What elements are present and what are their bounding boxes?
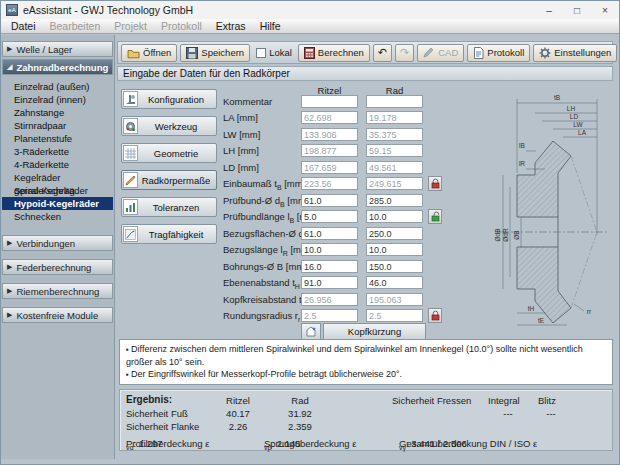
- menu-hilfe[interactable]: Hilfe: [253, 20, 288, 32]
- input-kopfkreisabstand-rad: [366, 293, 423, 306]
- input-bezugsflaechen-rad[interactable]: [366, 227, 423, 240]
- result-value: ---: [534, 408, 568, 419]
- sidebar-group-label: Zahnradberechnung: [16, 62, 108, 73]
- sidebar-group-welle-lager[interactable]: ▶ Welle / Lager: [2, 41, 113, 57]
- input-kommentar-ritzel[interactable]: [301, 95, 358, 108]
- input-pruefbund-rad[interactable]: [366, 194, 423, 207]
- close-button[interactable]: ×: [591, 1, 619, 19]
- result-value: ---: [488, 408, 528, 419]
- werkzeug-button[interactable]: Werkzeug: [121, 116, 217, 136]
- chevron-right-icon: ▶: [7, 311, 12, 319]
- radkoerpermasse-button[interactable]: Radkörpermaße: [121, 170, 217, 190]
- input-einbaumass-ritzel: [301, 177, 358, 190]
- input-ebenenabstand-rad[interactable]: [366, 276, 423, 289]
- settings-button[interactable]: Einstellungen: [533, 44, 617, 62]
- redo-icon: ↷: [400, 47, 409, 58]
- sidebar-group-label: Kostenfreie Module: [16, 310, 98, 321]
- label-bezugslaenge-lr: Bezugslänge lR [mm]: [223, 243, 312, 260]
- dim-label-ld: LD: [570, 113, 579, 120]
- sidebar-item-zahnstange[interactable]: Zahnstange: [1, 106, 114, 119]
- label-kommentar: Kommentar: [223, 95, 272, 112]
- menu-protokoll: Protokoll: [154, 20, 209, 32]
- input-bohrungs-rad[interactable]: [366, 260, 423, 273]
- sidebar-item-kegelraeder[interactable]: Kegelräder gerade/schräg: [1, 171, 114, 184]
- sidebar-item-einzelrad-innen[interactable]: Einzelrad (innen): [1, 93, 114, 106]
- sidebar-group-zahnradberechnung[interactable]: ◢ Zahnradberechnung: [2, 59, 113, 75]
- input-pruefbundlaenge-rad[interactable]: [366, 210, 423, 223]
- berechnen-label: Berechnen: [318, 47, 364, 58]
- tragfaehigkeit-icon: [123, 226, 138, 242]
- sidebar-group-verbindungen[interactable]: ▶ Verbindungen: [2, 235, 113, 251]
- sidebar-group-kostenfreie-module[interactable]: ▶ Kostenfreie Module: [2, 307, 113, 323]
- input-ebenenabstand-ritzel[interactable]: [301, 276, 358, 289]
- lock-open-icon-pruefbundlaenge[interactable]: [428, 209, 442, 224]
- result-value: 2.26: [215, 421, 261, 432]
- save-label: Speichern: [201, 47, 244, 58]
- results-col-ritzel: Ritzel: [215, 395, 261, 406]
- calculate-button[interactable]: Berechnen: [298, 44, 370, 62]
- sidebar-item-hypoid-kegelraeder[interactable]: Hypoid-Kegelräder: [2, 197, 113, 210]
- input-pruefbund-ritzel[interactable]: [301, 194, 358, 207]
- konfiguration-label: Konfiguration: [138, 94, 216, 105]
- app-icon: eA: [6, 4, 18, 16]
- input-la-ritzel: [301, 111, 358, 124]
- label-lh: LH [mm]: [223, 144, 259, 161]
- geometrie-button[interactable]: Geometrie: [121, 143, 217, 163]
- input-pruefbundlaenge-ritzel[interactable]: [301, 210, 358, 223]
- window-controls: – □ ×: [535, 1, 619, 19]
- dim-label-te: tE: [538, 317, 545, 324]
- sidebar-group-label: Federberechnung: [16, 262, 91, 273]
- dim-label-lr: lR: [519, 160, 525, 167]
- maximize-button[interactable]: □: [563, 1, 591, 19]
- konfiguration-button[interactable]: Konfiguration: [121, 89, 217, 109]
- menu-datei[interactable]: Datei: [4, 20, 43, 32]
- sidebar-item-schnecken[interactable]: Schnecken: [1, 210, 114, 223]
- menu-projekt: Projekt: [107, 20, 154, 32]
- minimize-button[interactable]: –: [535, 1, 563, 19]
- lock-closed-icon-einbaumass[interactable]: [428, 176, 442, 191]
- chevron-right-icon: ▶: [7, 263, 12, 271]
- radkoerpermasse-icon: [123, 172, 138, 188]
- cad-icon: [423, 47, 435, 58]
- chevron-right-icon: ▶: [7, 287, 12, 295]
- input-kommentar-rad[interactable]: [366, 95, 423, 108]
- chevron-right-icon: ▶: [7, 239, 12, 247]
- sidebar-item-stirnradpaar[interactable]: Stirnradpaar: [1, 119, 114, 132]
- toleranzen-button[interactable]: Toleranzen: [121, 197, 217, 217]
- lock-closed-icon-rundungsradius[interactable]: [428, 308, 442, 323]
- sidebar-item-4-raederkette[interactable]: 4-Räderkette: [1, 158, 114, 171]
- sidebar-item-planetenstufe[interactable]: Planetenstufe: [1, 132, 114, 145]
- label-bohrungs-b: Bohrungs-Ø B [mm]: [223, 260, 307, 277]
- input-bezugsflaechen-ritzel[interactable]: [301, 227, 358, 240]
- sidebar-item-einzelrad-aussen[interactable]: Einzelrad (außen): [1, 80, 114, 93]
- label-einbaumass-tb: Einbaumaß tB [mm]: [223, 177, 305, 194]
- kopfkuerzung-icon-button[interactable]: [301, 323, 321, 340]
- input-bohrungs-ritzel[interactable]: [301, 260, 358, 273]
- input-lh-ritzel: [301, 144, 358, 157]
- menu-extras[interactable]: Extras: [209, 20, 253, 32]
- sidebar-group-federberechnung[interactable]: ▶ Federberechnung: [2, 259, 113, 275]
- undo-button[interactable]: ↶: [373, 44, 392, 62]
- input-bezugslaenge-rad[interactable]: [366, 243, 423, 256]
- save-button[interactable]: Speichern: [180, 44, 250, 62]
- dim-label-odb: ØdB: [494, 228, 501, 241]
- sidebar-group-riemenberechnung[interactable]: ▶ Riemenberechnung: [2, 283, 113, 299]
- input-bezugslaenge-ritzel[interactable]: [301, 243, 358, 256]
- sidebar-item-3-raederkette[interactable]: 3-Räderkette: [1, 145, 114, 158]
- toleranzen-label: Toleranzen: [138, 202, 216, 213]
- open-button[interactable]: Öffnen: [121, 44, 177, 62]
- sidebar-item-spiral-kegelraeder[interactable]: Spiral-Kegelräder: [1, 184, 114, 197]
- result-label: Sicherheit Flanke: [126, 421, 199, 432]
- hints-panel: Differenz zwischen dem mittleren Spiralw…: [119, 339, 613, 385]
- input-kopfkreisabstand-ritzel: [301, 293, 358, 306]
- lokal-checkbox[interactable]: [256, 48, 266, 58]
- save-icon: [186, 47, 198, 59]
- overlap-gesamt: Gesamtüberdeckung DIN / ISO εvγ: 3.441 /…: [399, 438, 406, 451]
- input-lw-rad: [366, 128, 423, 141]
- input-lw-ritzel: [301, 128, 358, 141]
- kopfkuerzung-button[interactable]: Kopfkürzung: [323, 323, 426, 340]
- sidebar-group-label: Riemenberechnung: [16, 286, 99, 297]
- tragfaehigkeit-button[interactable]: Tragfähigkeit: [121, 224, 217, 244]
- open-label: Öffnen: [143, 47, 171, 58]
- protokoll-button[interactable]: Protokoll: [467, 44, 530, 62]
